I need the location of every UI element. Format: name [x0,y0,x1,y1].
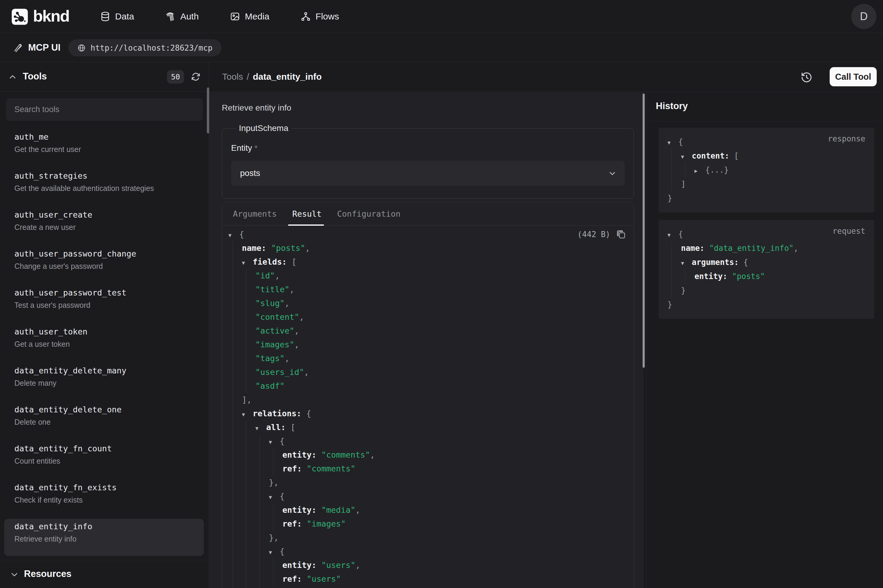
primary-nav: Data Auth Media [100,0,339,33]
mcp-url: http://localhost:28623/mcp [90,44,213,52]
expand-toggle-icon[interactable]: ▶ [694,164,705,178]
json-indent-guide [259,434,260,588]
history-header: History [646,92,883,122]
flow-icon [301,11,311,22]
tool-description: Get the available authentication strateg… [14,184,204,193]
tool-list-item[interactable]: auth_user_createCreate a new user [4,207,204,244]
collapse-toggle-icon[interactable]: ▼ [681,256,692,270]
tool-name: data_entity_delete_one [14,405,204,414]
mcp-icon [13,43,23,53]
collapse-toggle-icon[interactable]: ▼ [242,256,253,270]
history-icon[interactable] [800,71,813,84]
json-indent-guide [246,420,246,588]
tool-list-item[interactable]: data_entity_fn_countCount entities [4,441,204,478]
collapse-toggle-icon[interactable]: ▼ [269,435,280,449]
tool-list-item[interactable]: auth_user_password_changeChange a user's… [4,246,204,283]
json-line: ref: "comments" [222,462,634,476]
json-line: name: "posts", [222,241,634,255]
nav-item-auth[interactable]: Auth [165,11,199,22]
json-line: } [658,191,874,205]
copy-icon[interactable] [616,230,626,239]
resources-section-header[interactable]: Resources [0,560,208,588]
avatar-letter: D [860,10,868,23]
call-tool-button[interactable]: Call Tool [830,67,877,86]
json-line: ▼relations: { [222,406,634,420]
entity-select-value: posts [240,168,260,178]
json-line: ] [658,177,874,191]
tool-list-item[interactable]: auth_meGet the current user [4,129,204,166]
user-avatar[interactable]: D [851,4,876,29]
tool-list-item[interactable]: auth_strategiesGet the available authent… [4,168,204,205]
nav-item-label: Auth [180,11,199,22]
tool-description: Create a new user [14,223,204,232]
json-indent-guide [232,241,233,588]
json-indent-guide [246,269,246,393]
tool-list-item[interactable]: auth_user_password_testTest a user's pas… [4,285,204,322]
json-line: "title", [222,283,634,296]
tool-list-item[interactable]: data_entity_delete_oneDelete one [4,402,204,439]
json-line: "tags", [222,351,634,365]
nav-item-label: Flows [316,11,339,22]
json-line: ref: "images" [222,517,634,531]
json-line: "users_id", [222,365,634,379]
input-schema-fieldset: InputSchema Entity* posts [222,123,634,199]
tool-name: auth_strategies [14,171,204,180]
mcp-url-pill[interactable]: http://localhost:28623/mcp [68,39,222,56]
history-title: History [656,101,688,111]
json-line: name: "data_entity_info", [658,241,874,255]
breadcrumb-section[interactable]: Tools [222,72,243,81]
json-line: ▼arguments: { [658,255,874,269]
image-icon [230,11,240,22]
json-line: ▼{ [658,135,874,149]
json-line: entity: "comments", [222,448,634,462]
json-line: } [658,284,874,298]
json-line: ▼{ [222,434,634,448]
tool-description: Delete one [14,418,204,426]
json-line: "images", [222,338,634,351]
tool-description: Get a user token [14,340,204,348]
json-line: }, [222,531,634,544]
collapse-toggle-icon[interactable]: ▼ [681,150,692,164]
collapse-toggle-icon[interactable]: ▼ [667,228,678,242]
tool-name: data_entity_fn_count [14,444,204,453]
collapse-toggle-icon[interactable]: ▼ [667,136,678,150]
history-entry-card[interactable]: request▼{name: "data_entity_info",▼argum… [658,220,874,319]
tool-list-item[interactable]: auth_user_tokenGet a user token [4,324,204,361]
collapse-toggle-icon[interactable]: ▼ [228,228,239,242]
tool-list-item[interactable]: data_entity_delete_manyDelete many [4,363,204,400]
nav-item-flows[interactable]: Flows [301,11,339,22]
entity-select[interactable]: posts [231,160,625,186]
tool-detail-panel: Retrieve entity info InputSchema Entity*… [209,92,643,588]
panel-resizer[interactable] [643,93,645,368]
tool-list: auth_meGet the current userauth_strategi… [0,62,208,588]
mcp-ui-bar: MCP UI http://localhost:28623/mcp [0,33,883,62]
tool-name: auth_user_password_test [14,288,204,297]
collapse-toggle-icon[interactable]: ▼ [269,546,280,559]
tool-description: Retrieve entity info [222,103,291,112]
brand-name: bknd [33,7,69,25]
collapse-toggle-icon[interactable]: ▼ [255,422,266,435]
json-line: ▼fields: [ [222,255,634,269]
input-schema-legend: InputSchema [236,123,291,133]
json-line: "asdf" [222,379,634,393]
json-line: "id", [222,269,634,283]
json-line: ▶{...} [658,163,874,177]
tool-name: data_entity_info [14,522,204,531]
nav-item-media[interactable]: Media [230,11,270,22]
tool-description: Count entities [14,457,204,465]
tool-list-item[interactable]: data_entity_infoRetrieve entity info [4,519,204,556]
collapse-toggle-icon[interactable]: ▼ [269,490,280,504]
json-line: ▼{ [222,228,634,241]
resources-section-title: Resources [24,568,72,579]
history-entry-card[interactable]: response▼{▼content: [▶{...}]} [658,128,874,213]
fingerprint-icon [165,11,175,22]
json-line: "slug", [222,296,634,310]
collapse-toggle-icon[interactable]: ▼ [242,408,253,422]
globe-icon [77,44,86,52]
tool-list-item[interactable]: data_entity_fn_existsCheck if entity exi… [4,480,204,517]
nav-item-data[interactable]: Data [100,11,134,22]
bknd-logo-icon[interactable] [11,8,28,25]
json-line: ▼{ [658,227,874,241]
json-line: } [658,298,874,312]
json-line: "content", [222,310,634,324]
